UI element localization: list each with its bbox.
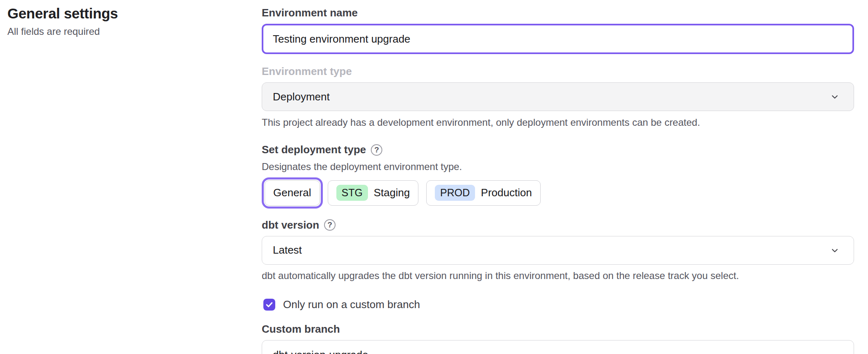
dbt-version-value: Latest	[273, 244, 302, 256]
deployment-type-general-button[interactable]: General	[265, 180, 320, 206]
general-settings-form: Environment name Environment type Deploy…	[262, 0, 854, 354]
environment-type-value: Deployment	[273, 91, 330, 103]
deployment-type-production-button[interactable]: PROD Production	[426, 180, 541, 206]
help-icon[interactable]: ?	[324, 219, 336, 231]
dbt-version-label-text: dbt version	[262, 219, 319, 231]
deployment-type-label-text: Set deployment type	[262, 143, 366, 156]
custom-branch-checkbox[interactable]	[263, 299, 275, 311]
chevron-down-icon	[829, 91, 841, 102]
custom-branch-input[interactable]	[262, 340, 854, 354]
general-button-label: General	[273, 186, 311, 199]
environment-type-helper: This project already has a development e…	[262, 116, 854, 129]
dbt-version-helper: dbt automatically upgrades the dbt versi…	[262, 270, 854, 282]
deployment-type-label: Set deployment type ?	[262, 143, 854, 156]
checkmark-icon	[265, 301, 273, 309]
page-title: General settings	[7, 5, 118, 22]
production-button-label: Production	[481, 186, 532, 199]
dbt-version-select[interactable]: Latest	[262, 236, 854, 265]
staging-badge: STG	[336, 185, 368, 201]
help-icon[interactable]: ?	[371, 144, 382, 156]
environment-name-input[interactable]	[262, 24, 854, 54]
custom-branch-label: Custom branch	[262, 323, 854, 336]
environment-type-select: Deployment	[262, 82, 854, 111]
deployment-type-staging-button[interactable]: STG Staging	[328, 180, 419, 206]
deployment-type-helper: Designates the deployment environment ty…	[262, 161, 854, 173]
chevron-down-icon	[829, 245, 841, 256]
environment-type-label: Environment type	[262, 65, 854, 78]
page-subtitle: All fields are required	[7, 26, 118, 37]
environment-name-label: Environment name	[262, 7, 854, 19]
production-badge: PROD	[435, 185, 475, 201]
custom-branch-checkbox-label[interactable]: Only run on a custom branch	[283, 298, 420, 311]
staging-button-label: Staging	[374, 186, 410, 199]
dbt-version-label: dbt version ?	[262, 219, 854, 231]
settings-header: General settings All fields are required	[7, 5, 118, 37]
